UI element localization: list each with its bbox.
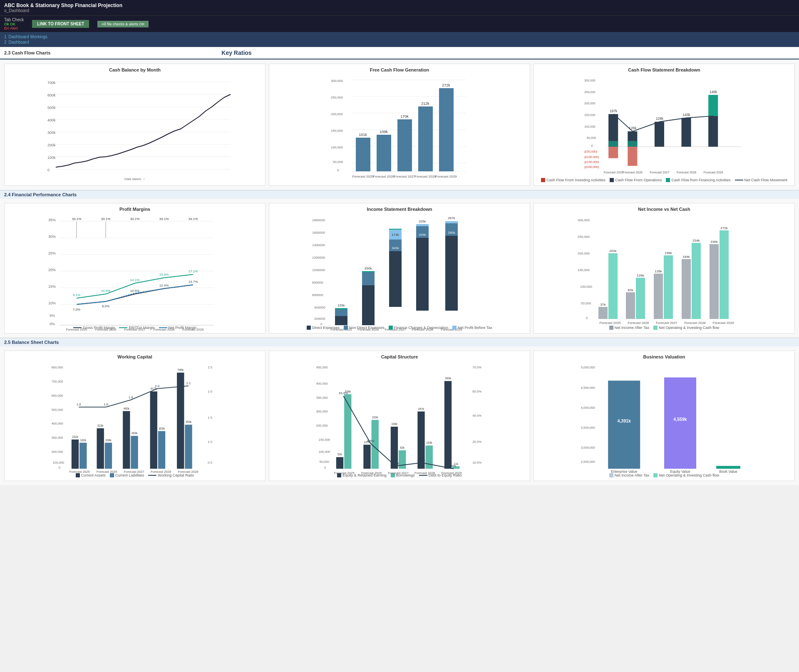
svg-text:10.5%: 10.5% (130, 289, 140, 293)
svg-text:50,000: 50,000 (581, 301, 591, 305)
checks-button[interactable]: All file checks & alerts OK (97, 21, 149, 27)
svg-text:70.0%: 70.0% (472, 366, 481, 369)
svg-text:257k: 257k (418, 408, 424, 410)
svg-text:3,500,000: 3,500,000 (581, 426, 595, 430)
cash-balance-svg: 0 100k 200k 300k 400k 500k 600k 700k (8, 76, 262, 175)
svg-rect-281 (664, 378, 696, 469)
svg-text:209k: 209k (105, 439, 112, 442)
svg-text:323k: 323k (97, 424, 104, 427)
svg-text:0: 0 (337, 168, 339, 172)
svg-text:300,000: 300,000 (52, 436, 63, 440)
svg-text:600k: 600k (47, 93, 56, 97)
income-legend: Direct Expenses Non-Direct Expenses Fina… (273, 326, 526, 330)
legend-borrowings: Borrowings (391, 473, 415, 477)
svg-text:2.1: 2.1 (186, 381, 191, 385)
svg-text:8.0%: 8.0% (102, 304, 109, 308)
svg-text:5.0%: 5.0% (418, 458, 425, 462)
svg-text:Forecast 2027: Forecast 2027 (394, 175, 415, 178)
app-header: ABC Book & Stationary Shop Financial Pro… (0, 0, 799, 15)
svg-rect-30 (356, 138, 370, 171)
svg-rect-69 (708, 116, 718, 147)
svg-rect-143 (445, 236, 458, 311)
svg-text:5,000,000: 5,000,000 (581, 366, 595, 369)
svg-text:700k: 700k (47, 81, 56, 85)
svg-text:4,559k: 4,559k (673, 417, 687, 422)
legend-equity: Equity & Retained Earning (337, 473, 387, 477)
svg-rect-59 (608, 141, 618, 147)
svg-text:Forecast 2029: Forecast 2029 (704, 170, 723, 174)
svg-text:500,000: 500,000 (52, 408, 63, 412)
cash-flow-charts-row: Cash Balance by Month 0 100k 200k 300k 4… (0, 59, 799, 190)
svg-rect-36 (418, 106, 433, 171)
svg-text:(£50,000): (£50,000) (584, 150, 598, 153)
income-breakdown-svg: 1800000 1600000 1400000 1200000 1000000 … (273, 215, 526, 323)
legend-investing: Cash Flow From Investing Activities (541, 178, 605, 182)
svg-text:60.0%: 60.0% (472, 390, 481, 393)
svg-text:0: 0 (591, 144, 593, 148)
legend-net-profit-before-tax: Net Profit Before Tax (452, 326, 492, 330)
svg-text:267k: 267k (448, 216, 455, 220)
svg-text:460k: 460k (123, 407, 129, 410)
svg-text:5%: 5% (50, 314, 55, 318)
svg-text:400,000: 400,000 (52, 422, 63, 425)
svg-rect-174 (664, 255, 673, 319)
svg-text:3,000,000: 3,000,000 (581, 446, 595, 450)
svg-text:150,000: 150,000 (318, 438, 330, 442)
svg-text:82k: 82k (628, 288, 634, 292)
app-title: ABC Book & Stationary Shop Financial Pro… (4, 2, 795, 8)
svg-text:200,000: 200,000 (316, 424, 328, 427)
svg-text:2.0: 2.0 (155, 384, 160, 388)
svg-rect-58 (608, 147, 618, 158)
svg-text:Forecast 2027: Forecast 2027 (656, 321, 677, 325)
svg-text:200,000: 200,000 (52, 450, 63, 454)
svg-rect-199 (72, 440, 79, 469)
svg-rect-62 (628, 147, 637, 166)
svg-text:600,000: 600,000 (52, 394, 63, 398)
nav-item-2[interactable]: 2Dashboard (4, 40, 795, 44)
svg-text:0: 0 (324, 466, 326, 469)
legend-net-cash: Net Cash Flow Movement (735, 178, 788, 182)
svg-text:200,000: 200,000 (331, 112, 343, 116)
business-valuation-legend: Net Income After Tax Net Operating & Inv… (537, 473, 791, 477)
svg-text:4,000,000: 4,000,000 (581, 406, 595, 410)
cash-flow-breakdown-chart: Cash Flow Statement Breakdown 300,000 25… (533, 64, 795, 186)
svg-text:272k: 272k (442, 83, 450, 87)
legend-debt-equity-ratio: Debt to Equity Ratio (419, 473, 462, 477)
svg-rect-70 (708, 95, 718, 116)
svg-rect-132 (389, 251, 402, 307)
svg-text:103k: 103k (426, 441, 432, 444)
svg-text:0: 0 (59, 466, 60, 469)
svg-text:0%: 0% (451, 464, 456, 468)
svg-text:202k: 202k (609, 249, 617, 253)
svg-text:25%: 25% (48, 251, 56, 255)
svg-rect-172 (636, 278, 645, 319)
svg-text:0.5: 0.5 (208, 461, 212, 464)
svg-text:100,000: 100,000 (331, 146, 343, 149)
cash-balance-title: Cash Balance by Month (8, 67, 262, 72)
nav-item-1[interactable]: 1Dashboard Workings (4, 35, 795, 39)
svg-text:35%: 35% (48, 218, 56, 222)
svg-text:300,000: 300,000 (316, 410, 328, 413)
svg-text:212k: 212k (421, 101, 429, 106)
svg-text:150,000: 150,000 (331, 129, 343, 133)
legend-net-profit: Net Profit Margin (159, 326, 197, 330)
svg-text:600000: 600000 (312, 293, 323, 297)
svg-text:204k: 204k (419, 233, 426, 237)
net-income-cash-chart: Net Income vs Net Cash 300,000 250,000 2… (533, 203, 795, 334)
capital-structure-svg: 450,000 400,000 350,000 300,000 200,000 … (273, 363, 526, 471)
svg-rect-34 (397, 119, 412, 171)
working-capital-title: Working Capital (8, 354, 262, 359)
legend-current-assets: Current Assets (76, 473, 106, 477)
svg-text:170k: 170k (400, 114, 409, 119)
toolbar-tab-check: Tab Check Ok OK Err Alert (4, 17, 24, 30)
svg-text:800,000: 800,000 (52, 366, 63, 369)
svg-rect-166 (682, 259, 691, 319)
svg-text:15.9%: 15.9% (159, 273, 169, 277)
front-sheet-button[interactable]: LINK TO FRONT SHEET (32, 20, 89, 28)
svg-rect-170 (608, 253, 618, 319)
svg-text:Forecast 2025: Forecast 2025 (604, 170, 623, 174)
legend-net-operating-val: Net Operating & Investing Cash flow (653, 473, 719, 477)
legend-net-operating: Net Operating & Investing Cash flow (653, 326, 719, 330)
svg-text:200000: 200000 (314, 317, 325, 321)
svg-rect-178 (720, 230, 729, 319)
